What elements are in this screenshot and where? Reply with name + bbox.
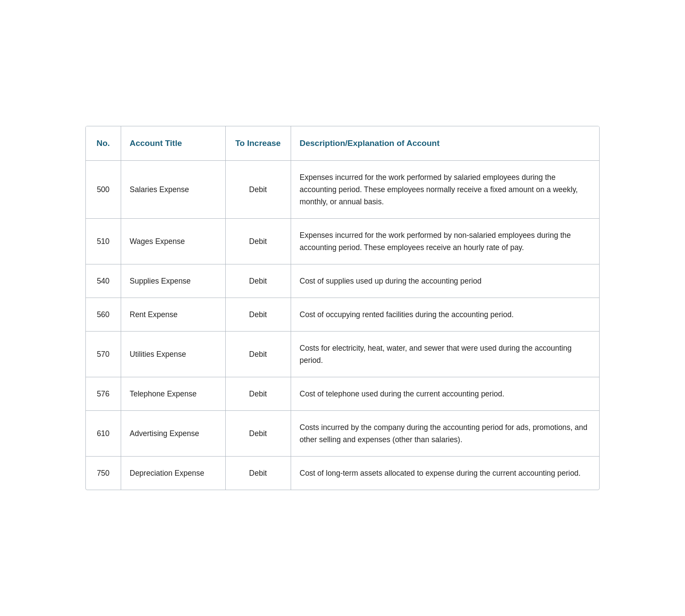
table-row: 570Utilities ExpenseDebitCosts for elect… bbox=[86, 332, 599, 377]
cell-description: Cost of long-term assets allocated to ex… bbox=[291, 457, 599, 490]
cell-account-title: Salaries Expense bbox=[121, 161, 225, 219]
table-body: 500Salaries ExpenseDebitExpenses incurre… bbox=[86, 161, 599, 490]
account-table: No. Account Title To Increase Descriptio… bbox=[86, 126, 599, 490]
table-row: 510Wages ExpenseDebitExpenses incurred f… bbox=[86, 219, 599, 264]
cell-description: Cost of telephone used during the curren… bbox=[291, 377, 599, 411]
cell-to-increase: Debit bbox=[225, 219, 291, 264]
header-description: Description/Explanation of Account bbox=[291, 126, 599, 161]
cell-to-increase: Debit bbox=[225, 457, 291, 490]
table-row: 750Depreciation ExpenseDebitCost of long… bbox=[86, 457, 599, 490]
cell-account-title: Wages Expense bbox=[121, 219, 225, 264]
cell-no: 610 bbox=[86, 411, 121, 457]
cell-no: 750 bbox=[86, 457, 121, 490]
cell-no: 500 bbox=[86, 161, 121, 219]
table-row: 540Supplies ExpenseDebitCost of supplies… bbox=[86, 264, 599, 298]
header-no: No. bbox=[86, 126, 121, 161]
cell-to-increase: Debit bbox=[225, 332, 291, 377]
table-header-row: No. Account Title To Increase Descriptio… bbox=[86, 126, 599, 161]
cell-account-title: Depreciation Expense bbox=[121, 457, 225, 490]
cell-account-title: Rent Expense bbox=[121, 298, 225, 332]
cell-to-increase: Debit bbox=[225, 377, 291, 411]
table-row: 500Salaries ExpenseDebitExpenses incurre… bbox=[86, 161, 599, 219]
cell-to-increase: Debit bbox=[225, 411, 291, 457]
account-table-wrapper: No. Account Title To Increase Descriptio… bbox=[85, 126, 600, 490]
cell-no: 570 bbox=[86, 332, 121, 377]
table-row: 560Rent ExpenseDebitCost of occupying re… bbox=[86, 298, 599, 332]
table-row: 610Advertising ExpenseDebitCosts incurre… bbox=[86, 411, 599, 457]
cell-no: 576 bbox=[86, 377, 121, 411]
cell-to-increase: Debit bbox=[225, 298, 291, 332]
cell-description: Cost of occupying rented facilities duri… bbox=[291, 298, 599, 332]
table-row: 576Telephone ExpenseDebitCost of telepho… bbox=[86, 377, 599, 411]
cell-description: Expenses incurred for the work performed… bbox=[291, 219, 599, 264]
header-to-increase: To Increase bbox=[225, 126, 291, 161]
cell-no: 540 bbox=[86, 264, 121, 298]
cell-no: 560 bbox=[86, 298, 121, 332]
cell-description: Costs for electricity, heat, water, and … bbox=[291, 332, 599, 377]
cell-account-title: Telephone Expense bbox=[121, 377, 225, 411]
cell-description: Expenses incurred for the work performed… bbox=[291, 161, 599, 219]
header-account-title: Account Title bbox=[121, 126, 225, 161]
cell-account-title: Supplies Expense bbox=[121, 264, 225, 298]
cell-description: Cost of supplies used up during the acco… bbox=[291, 264, 599, 298]
cell-no: 510 bbox=[86, 219, 121, 264]
cell-to-increase: Debit bbox=[225, 264, 291, 298]
cell-account-title: Utilities Expense bbox=[121, 332, 225, 377]
cell-account-title: Advertising Expense bbox=[121, 411, 225, 457]
cell-description: Costs incurred by the company during the… bbox=[291, 411, 599, 457]
cell-to-increase: Debit bbox=[225, 161, 291, 219]
